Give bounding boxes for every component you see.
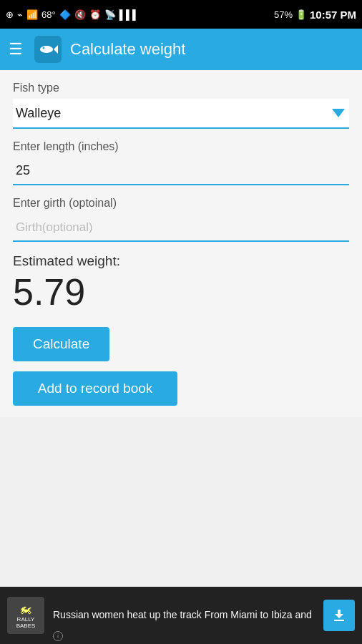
battery-icon: 🔋: [295, 9, 307, 20]
fish-type-select[interactable]: Walleye Bass Trout Pike: [13, 99, 349, 127]
length-input-group: Enter length (inches): [13, 140, 349, 185]
ad-text: Russian women heat up the track From Mia…: [53, 608, 315, 623]
svg-point-0: [40, 46, 53, 53]
bluetooth-icon: 🔷: [59, 9, 71, 20]
mute-icon: 🔇: [74, 9, 86, 20]
usb-icon: ⌁: [17, 9, 23, 20]
time-display: 10:57 PM: [310, 9, 356, 21]
download-icon: [331, 607, 348, 624]
status-left-icons: ⊕ ⌁ 📶 68° 🔷 🔇 ⏰ 📡 ▌▌▌: [6, 9, 139, 20]
svg-marker-1: [54, 45, 58, 54]
info-icon: i: [53, 631, 63, 641]
ad-logo-icon: 🏍: [19, 602, 32, 617]
svg-point-2: [43, 47, 45, 49]
wifi-icon: 📡: [104, 9, 116, 20]
toolbar: ☰ Calculate weight: [0, 29, 362, 70]
length-label: Enter length (inches): [13, 140, 349, 153]
page-title: Calculate weight: [70, 40, 185, 59]
fish-type-label: Fish type: [13, 82, 349, 94]
signal-icon: 📶: [26, 9, 38, 20]
add-to-record-button[interactable]: Add to record book: [13, 371, 177, 406]
ad-logo-text: RALLYBABES: [16, 617, 36, 630]
main-content: Fish type Walleye Bass Trout Pike Enter …: [0, 70, 362, 417]
girth-input[interactable]: [13, 214, 349, 242]
girth-label: Enter girth (optoinal): [13, 197, 349, 210]
ad-banner: 🏍 RALLYBABES Russian women heat up the t…: [0, 587, 362, 644]
alarm-icon: ⏰: [89, 9, 101, 20]
hamburger-menu[interactable]: ☰: [9, 40, 23, 59]
estimated-weight-label: Estimated weight:: [13, 253, 349, 269]
status-right-info: 57% 🔋 10:57 PM: [274, 9, 356, 21]
length-input[interactable]: [13, 157, 349, 185]
status-bar: ⊕ ⌁ 📶 68° 🔷 🔇 ⏰ 📡 ▌▌▌ 57% 🔋 10:57 PM: [0, 0, 362, 29]
temp-icon: 68°: [41, 9, 56, 20]
bars-icon: ▌▌▌: [119, 9, 140, 20]
ad-logo: 🏍 RALLYBABES: [7, 597, 44, 634]
add-icon: ⊕: [6, 9, 14, 20]
calculate-button[interactable]: Calculate: [13, 327, 109, 361]
app-logo: [34, 36, 62, 63]
ad-download-button[interactable]: [323, 600, 355, 631]
fish-type-dropdown[interactable]: Walleye Bass Trout Pike: [13, 99, 349, 129]
girth-input-group: Enter girth (optoinal): [13, 197, 349, 242]
estimated-weight-value: 5.79: [13, 272, 349, 313]
battery-text: 57%: [274, 9, 293, 20]
